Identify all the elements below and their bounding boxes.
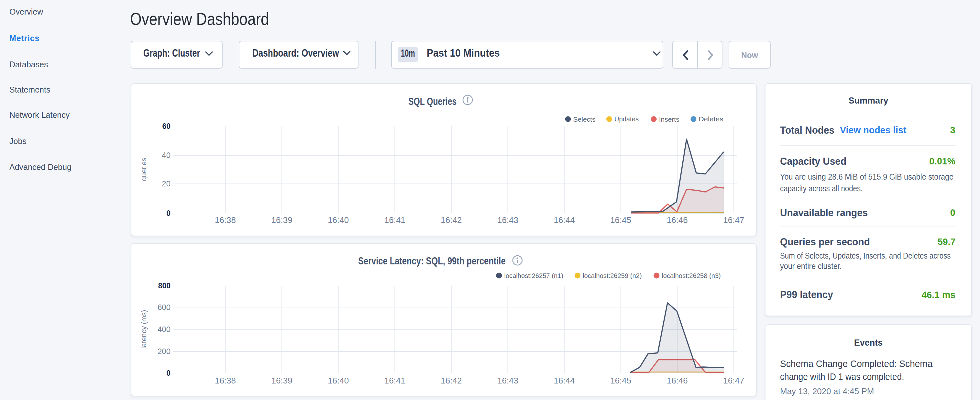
svg-text:queries: queries (140, 158, 148, 181)
svg-text:Deletes: Deletes (698, 115, 723, 123)
svg-text:400: 400 (158, 325, 170, 334)
svg-text:latency (ms): latency (ms) (140, 310, 148, 349)
svg-text:16:47: 16:47 (723, 215, 744, 225)
svg-text:16:42: 16:42 (441, 376, 462, 386)
svg-text:16:45: 16:45 (610, 376, 631, 386)
svg-text:0: 0 (166, 369, 170, 377)
svg-text:16:39: 16:39 (272, 376, 293, 386)
svg-text:40: 40 (162, 151, 170, 159)
svg-text:Inserts: Inserts (659, 116, 679, 123)
svg-text:localhost:26257 (n1): localhost:26257 (n1) (504, 272, 563, 279)
svg-text:16:43: 16:43 (497, 376, 518, 386)
svg-text:16:38: 16:38 (215, 215, 236, 225)
svg-text:Service Latency: SQL, 99th per: Service Latency: SQL, 99th percentile (358, 255, 506, 266)
svg-text:200: 200 (158, 347, 170, 356)
svg-text:0: 0 (166, 209, 170, 217)
svg-text:60: 60 (162, 122, 170, 131)
svg-text:localhost:26259 (n2): localhost:26259 (n2) (583, 272, 642, 279)
svg-text:16:39: 16:39 (272, 215, 293, 225)
svg-text:16:42: 16:42 (441, 215, 462, 225)
svg-text:800: 800 (158, 282, 170, 290)
svg-text:Selects: Selects (573, 116, 596, 123)
svg-text:16:45: 16:45 (610, 215, 631, 225)
svg-text:16:46: 16:46 (667, 215, 688, 225)
svg-text:16:40: 16:40 (328, 376, 349, 386)
svg-text:16:44: 16:44 (554, 376, 575, 386)
svg-text:16:41: 16:41 (384, 376, 406, 386)
svg-text:16:40: 16:40 (328, 215, 349, 225)
svg-text:16:38: 16:38 (215, 376, 236, 386)
svg-text:16:46: 16:46 (667, 376, 688, 386)
svg-text:20: 20 (162, 179, 170, 188)
svg-text:16:44: 16:44 (554, 215, 575, 225)
svg-text:16:47: 16:47 (723, 376, 744, 386)
svg-text:16:41: 16:41 (384, 215, 406, 225)
svg-text:localhost:26258 (n3): localhost:26258 (n3) (662, 272, 721, 279)
svg-text:SQL Queries: SQL Queries (408, 96, 457, 107)
svg-text:600: 600 (158, 303, 170, 312)
svg-text:16:43: 16:43 (497, 215, 518, 225)
svg-text:Updates: Updates (614, 115, 639, 123)
